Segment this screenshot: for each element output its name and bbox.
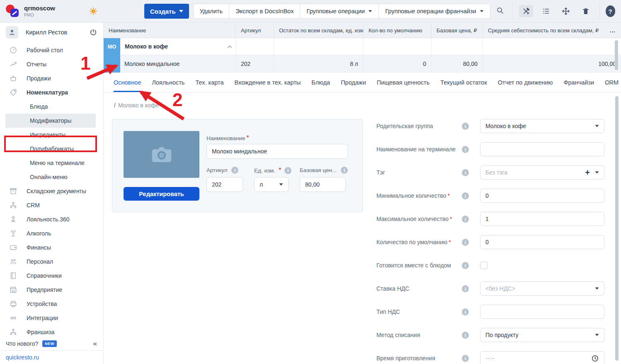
sidebar-item-складские-документы[interactable]: Складские документы [0, 184, 103, 198]
tab-текущий-остаток[interactable]: Текущий остаток [440, 73, 487, 92]
tab-франчайзи[interactable]: Франчайзи [563, 73, 594, 92]
sidebar-item-блюда[interactable]: Блюда [0, 99, 103, 114]
sidebar-item-модификаторы[interactable]: Модификаторы [0, 114, 103, 128]
sidebar-item-ингредиенты[interactable]: Ингредиенты [0, 128, 103, 142]
info-icon[interactable]: i [231, 167, 238, 174]
info-icon[interactable]: i [462, 285, 469, 292]
sidebar-item-предприятие[interactable]: Предприятие [0, 283, 103, 297]
info-icon[interactable]: i [462, 169, 469, 176]
move-icon[interactable] [559, 5, 573, 17]
column-header[interactable]: Артикул [235, 23, 274, 38]
sidebar-item-полуфабрикаты[interactable]: Полуфабрикаты [0, 142, 103, 156]
search-icon[interactable] [496, 7, 504, 16]
input-field[interactable]: 0 [480, 235, 604, 249]
row-cell[interactable]: 0 [363, 55, 431, 72]
logout-power-icon[interactable] [89, 28, 97, 36]
tab-лояльность[interactable]: Лояльность [152, 73, 184, 92]
sidebar-item-crm[interactable]: CRM [0, 198, 103, 212]
sidebar-item-персонал[interactable]: Персонал [0, 255, 103, 269]
row-cell[interactable]: Молоко миндальное [104, 55, 235, 72]
chevron-down-icon[interactable] [595, 171, 599, 173]
sidebar-item-устройства[interactable]: Устройства [0, 297, 103, 311]
column-header[interactable]: Средняя себестоимость по всем складам, ₽ [483, 23, 604, 38]
unit-select[interactable]: л [254, 177, 289, 192]
row-cell[interactable]: 202 [235, 55, 274, 72]
theme-sun-icon[interactable] [89, 7, 98, 16]
list-view-icon[interactable] [539, 5, 553, 17]
trash-icon[interactable] [579, 5, 593, 17]
group-name-cell[interactable]: Молоко в кофе [104, 38, 235, 55]
sidebar-item-лояльность.360[interactable]: Лояльность.360 [0, 212, 103, 226]
info-icon[interactable]: i [462, 355, 469, 362]
tab-отчет-по-движению[interactable]: Отчет по движению [498, 73, 553, 92]
sidebar-item-интеграции[interactable]: Интеграции [0, 311, 103, 325]
columns-more-button[interactable]: ... [604, 23, 621, 38]
select-field[interactable]: Молоко в кофе [480, 119, 604, 133]
input-field[interactable] [480, 142, 604, 156]
collapse-sidebar-icon[interactable]: « [93, 340, 97, 348]
column-header[interactable]: Остаток по всем складам, ед. изм. [274, 23, 363, 38]
sku-input[interactable]: 202 [206, 177, 243, 192]
whats-new-row[interactable]: Что нового? NEW « [0, 337, 103, 351]
column-header[interactable]: Наименование [104, 23, 235, 38]
info-icon[interactable]: i [462, 262, 469, 269]
tab-основное[interactable]: Основное [114, 73, 141, 92]
clock-icon[interactable] [591, 354, 599, 362]
sidebar-item-финансы[interactable]: Финансы [0, 240, 103, 255]
detail-scrollbar[interactable] [615, 96, 619, 361]
toolbar-button[interactable]: Групповые операции франчайзи [378, 4, 490, 19]
row-cell[interactable]: 80,00 [431, 55, 483, 72]
sidebar-item-номенклатура[interactable]: Номенклатура [0, 85, 103, 99]
tab-продажи[interactable]: Продажи [341, 73, 366, 92]
table-row-group[interactable]: МО Молоко в кофе [104, 38, 621, 55]
table-row-selected[interactable]: Молоко миндальное2028 л080,00100,00 [104, 55, 621, 73]
sidebar-item-меню-на-терминале[interactable]: Меню на терминале [0, 156, 103, 170]
close-icon[interactable]: × [606, 78, 612, 87]
info-icon[interactable]: i [462, 332, 469, 339]
tools-icon[interactable] [519, 5, 533, 17]
add-tag-icon[interactable]: + [585, 168, 590, 177]
input-field[interactable]: 0 [480, 189, 604, 203]
info-icon[interactable]: i [462, 123, 469, 130]
toolbar-button[interactable]: Групповые операции [300, 4, 379, 19]
toolbar-button[interactable]: Удалить [193, 4, 229, 19]
photo-placeholder[interactable] [124, 131, 199, 178]
info-icon[interactable]: i [462, 146, 469, 153]
info-icon[interactable]: i [462, 192, 469, 199]
time-field[interactable]: --:-- [480, 351, 604, 364]
info-icon[interactable]: i [341, 167, 348, 174]
help-icon[interactable]: ? [606, 5, 615, 17]
info-icon[interactable]: i [462, 308, 469, 315]
base-price-input[interactable]: 80,00 [300, 177, 346, 192]
sidebar-item-алкоголь[interactable]: Алкоголь [0, 226, 103, 240]
toolbar-button[interactable]: Экспорт в DocsInBox [229, 4, 300, 19]
tab-тех.-карта[interactable]: Тех. карта [195, 73, 223, 92]
sidebar-item-рабочий-стол[interactable]: Рабочий стол [0, 43, 103, 57]
row-cell[interactable]: 8 л [274, 55, 363, 72]
tag-field[interactable]: Без тэга+ [480, 165, 604, 180]
tab-блюда[interactable]: Блюда [311, 73, 330, 92]
tab-пищевая-ценность[interactable]: Пищевая ценность [377, 73, 430, 92]
table-scrollbar[interactable] [615, 40, 618, 70]
sidebar-item-отчеты[interactable]: Отчеты [0, 57, 103, 71]
column-header[interactable]: Кол-во по умолчанию [363, 23, 431, 38]
chevron-up-icon[interactable] [227, 44, 233, 50]
info-icon[interactable]: i [462, 216, 469, 223]
edit-photo-button[interactable]: Редактировать [124, 187, 199, 201]
input-field[interactable]: 1 [480, 212, 604, 226]
sidebar-item-продажи[interactable]: Продажи [0, 71, 103, 85]
sidebar-item-справочники[interactable]: Справочники [0, 269, 103, 283]
info-icon[interactable]: i [284, 167, 291, 174]
column-header[interactable]: Базовая цена, ₽ [431, 23, 483, 38]
name-input[interactable]: Молоко миндальное [206, 144, 348, 159]
tab-вхождение-в-тех.-карты[interactable]: Вхождение в тех. карты [235, 73, 301, 92]
create-button[interactable]: Создать [144, 4, 189, 19]
row-cell[interactable]: 100,00 [483, 55, 621, 72]
site-link[interactable]: quickresto.ru [0, 351, 45, 364]
input-field[interactable] [480, 305, 604, 319]
checkbox[interactable] [480, 262, 488, 269]
sidebar-item-онлайн-меню[interactable]: Онлайн-меню [0, 170, 103, 184]
select-field[interactable]: <без НДС> [480, 281, 604, 296]
user-avatar[interactable] [6, 26, 18, 39]
select-field[interactable]: По продукту [480, 328, 604, 342]
